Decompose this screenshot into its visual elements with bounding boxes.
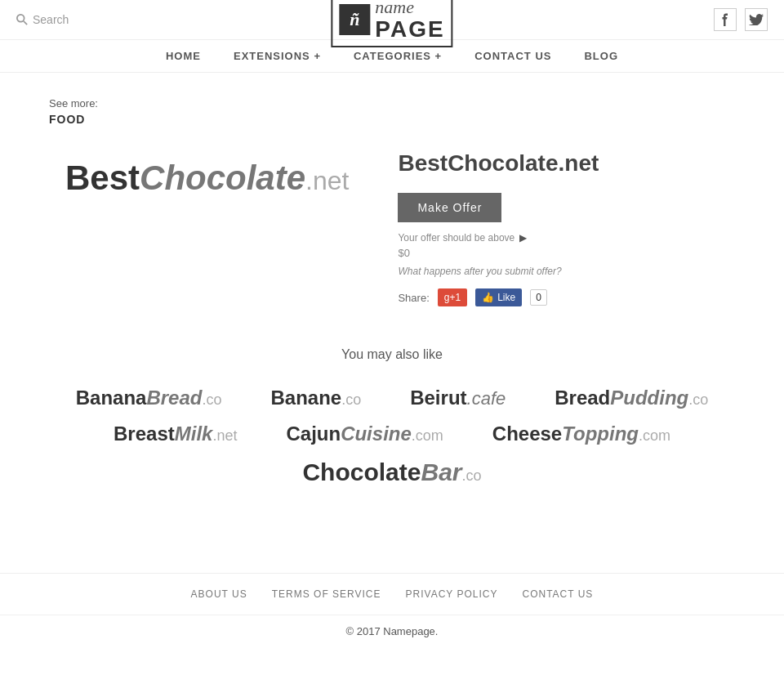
footer: ABOUT US TERMS OF SERVICE PRIVACY POLICY… bbox=[0, 573, 784, 647]
domain-logo-tld: .net bbox=[305, 166, 349, 195]
footer-copyright: © 2017 Namepage. bbox=[0, 615, 784, 647]
footer-terms[interactable]: TERMS OF SERVICE bbox=[272, 588, 381, 600]
list-item[interactable]: BreastMilk.net bbox=[114, 423, 237, 445]
twitter-icon[interactable] bbox=[745, 8, 768, 31]
domain-row-1: BananaBread.co Banane.co Beirut.cafe Bre… bbox=[49, 387, 735, 409]
category-link[interactable]: FOOD bbox=[49, 113, 735, 126]
offer-arrow-icon: ▶ bbox=[519, 232, 527, 244]
search-button[interactable]: Search bbox=[16, 13, 69, 26]
offer-note: Your offer should be above ▶ bbox=[398, 232, 735, 244]
breadcrumb: See more: FOOD bbox=[49, 97, 735, 126]
domain-section: BestChocolate.net BestChocolate.net Make… bbox=[49, 142, 735, 306]
logo-page: PAGE bbox=[375, 17, 444, 42]
logo-name: name bbox=[375, 0, 444, 17]
site-logo[interactable]: ñ name PAGE bbox=[331, 0, 452, 47]
search-icon bbox=[16, 14, 28, 25]
share-label: Share: bbox=[398, 292, 429, 304]
domain-logo: BestChocolate.net bbox=[65, 159, 349, 198]
nav-contact[interactable]: CONTACT US bbox=[474, 50, 551, 62]
footer-contact[interactable]: CONTACT US bbox=[522, 588, 593, 600]
social-links bbox=[714, 8, 768, 31]
also-like-section: You may also like BananaBread.co Banane.… bbox=[49, 347, 735, 486]
footer-links: ABOUT US TERMS OF SERVICE PRIVACY POLICY… bbox=[0, 574, 784, 615]
search-label: Search bbox=[33, 13, 69, 26]
facebook-like-button[interactable]: 👍 Like bbox=[475, 288, 522, 306]
list-item[interactable]: BreadPudding.co bbox=[555, 387, 708, 409]
domain-row-3: ChocolateBar.co bbox=[49, 458, 735, 486]
list-item[interactable]: Beirut.cafe bbox=[410, 387, 506, 409]
offer-price: $0 bbox=[398, 247, 735, 259]
footer-brand: Namepage. bbox=[383, 625, 438, 637]
footer-about[interactable]: ABOUT US bbox=[191, 588, 247, 600]
main-content: See more: FOOD BestChocolate.net BestCho… bbox=[0, 73, 784, 524]
facebook-count: 0 bbox=[530, 289, 547, 306]
list-item[interactable]: CajunCuisine.com bbox=[286, 423, 443, 445]
svg-line-1 bbox=[24, 21, 27, 25]
see-more-label: See more: bbox=[49, 97, 735, 110]
nav-blog[interactable]: BLOG bbox=[584, 50, 618, 62]
nav-categories[interactable]: CATEGORIES + bbox=[354, 50, 442, 62]
google-plus-button[interactable]: g+1 bbox=[438, 288, 467, 306]
domain-italic: Chocolate bbox=[140, 159, 305, 197]
facebook-icon[interactable] bbox=[714, 8, 737, 31]
thumbs-icon: 👍 bbox=[482, 292, 494, 303]
nav-extensions[interactable]: EXTENSIONS + bbox=[234, 50, 321, 62]
list-item[interactable]: BananaBread.co bbox=[76, 387, 222, 409]
also-like-title: You may also like bbox=[49, 347, 735, 362]
header: Search ñ name PAGE bbox=[0, 0, 784, 40]
domain-logo-area: BestChocolate.net bbox=[49, 142, 365, 214]
list-item[interactable]: Banane.co bbox=[270, 387, 361, 409]
logo-text: name PAGE bbox=[375, 0, 444, 42]
nav-home[interactable]: HOME bbox=[166, 50, 201, 62]
what-happens-link[interactable]: What happens after you submit offer? bbox=[398, 266, 735, 277]
domain-info: BestChocolate.net Make Offer Your offer … bbox=[398, 142, 735, 306]
svg-point-0 bbox=[17, 15, 24, 22]
footer-privacy[interactable]: PRIVACY POLICY bbox=[406, 588, 498, 600]
share-row: Share: g+1 👍 Like 0 bbox=[398, 288, 735, 306]
logo-icon: ñ bbox=[339, 4, 370, 35]
domain-bold: Best bbox=[65, 159, 140, 197]
domain-title: BestChocolate.net bbox=[398, 150, 735, 177]
list-item[interactable]: CheeseTopping.com bbox=[492, 423, 670, 445]
make-offer-button[interactable]: Make Offer bbox=[398, 193, 501, 222]
domain-row-2: BreastMilk.net CajunCuisine.com CheeseTo… bbox=[49, 423, 735, 445]
list-item[interactable]: ChocolateBar.co bbox=[302, 458, 481, 486]
